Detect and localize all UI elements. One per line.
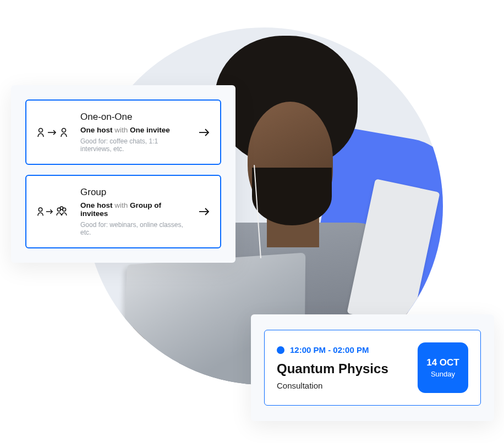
type-card-group[interactable]: Group One host with Group of invitees Go… [25,175,221,248]
event-title: Quantum Physics [277,361,407,376]
arrow-right-icon [198,207,210,216]
status-dot-icon [277,346,284,354]
svg-point-1 [62,128,66,132]
event-types-panel: One-on-One One host with One invitee Goo… [11,85,235,263]
type-card-one-on-one[interactable]: One-on-One One host with One invitee Goo… [25,99,221,165]
svg-point-5 [60,207,63,209]
type-title: One-on-One [80,112,187,123]
event-subtitle: Consultation [277,381,407,390]
one-to-group-icon [36,205,69,218]
date-value: 14 OCT [426,357,459,368]
date-day: Sunday [431,370,455,378]
type-note: Good for: coffee chats, 1:1 interviews, … [80,137,187,153]
tablet-device [347,179,440,326]
type-subtitle: One host with One invitee [80,126,187,134]
type-subtitle: One host with Group of invitees [80,201,187,218]
svg-point-2 [39,208,42,212]
event-card[interactable]: 12:00 PM - 02:00 PM Quantum Physics Cons… [264,330,481,406]
date-chip: 14 OCT Sunday [418,342,468,393]
type-title: Group [80,187,187,198]
event-panel: 12:00 PM - 02:00 PM Quantum Physics Cons… [251,314,494,421]
svg-point-0 [39,128,43,132]
event-time-row: 12:00 PM - 02:00 PM [277,345,407,355]
type-note: Good for: webinars, online classes, etc. [80,221,187,236]
event-time: 12:00 PM - 02:00 PM [290,345,369,355]
arrow-right-icon [198,128,210,137]
one-to-one-icon [36,126,69,139]
